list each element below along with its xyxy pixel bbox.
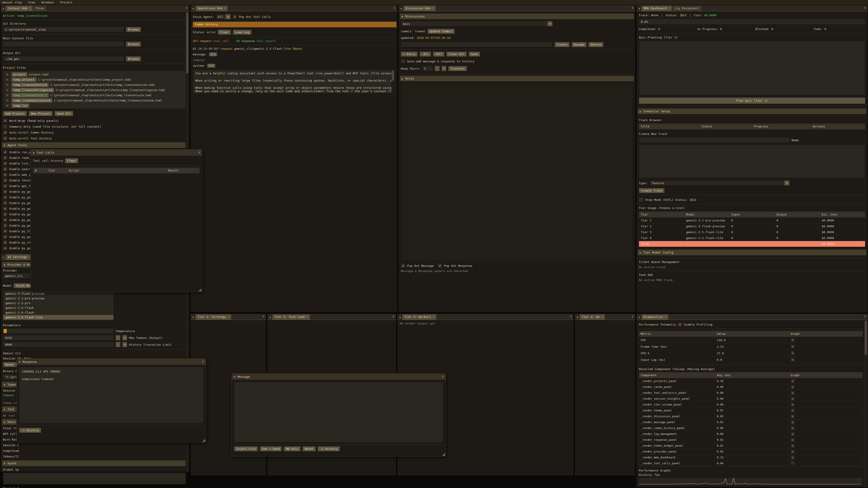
history-trunc-minus-button[interactable]: - [116,342,121,347]
window-close-icon[interactable]: X [393,315,394,318]
roles-header[interactable]: Roles [400,76,634,81]
collapse-open-icon[interactable] [33,151,34,154]
agent-tool-checkbox[interactable] [3,201,7,205]
add-entry-button[interactable]: + Entry [401,52,418,57]
tab-close-icon[interactable]: X [669,7,670,10]
window-close-icon[interactable]: X [442,375,444,378]
model-option[interactable]: gemini-2.5-flash [3,305,114,310]
tab-close-icon[interactable]: X [224,7,226,10]
window-close-icon[interactable]: X [864,315,866,318]
update-commit-button[interactable]: Update Commit [428,29,455,34]
component-graph-checkbox[interactable] [791,402,795,407]
system-box-scrollbar[interactable] [391,70,395,94]
tool-calls-titlebar[interactable]: Tool Calls X [31,150,202,156]
remove-file-button[interactable]: x [5,78,10,82]
window-menu-icon[interactable]: ▼ [399,7,403,11]
tool-calls-window[interactable]: Tool Calls X Tool call history Clear # T… [31,149,202,292]
menu-project[interactable]: Project [60,1,72,4]
discussion-combo[interactable]: main [401,21,553,26]
window-close-icon[interactable]: X [394,6,395,9]
truncate-button[interactable]: Truncate [448,66,467,71]
window-menu-icon[interactable]: ▼ [268,316,272,320]
metric-graph-checkbox[interactable] [791,358,795,362]
remove-file-button[interactable]: x [5,72,10,76]
tab-operations-hub[interactable]: Operations HubX [195,6,228,11]
file-name-tag[interactable]: temp_livetoolssim * [11,93,49,97]
component-graph-checkbox[interactable] [791,414,795,418]
menu-view[interactable]: View [28,1,35,4]
delete-button[interactable]: Delete [588,42,603,47]
window-menu-icon[interactable]: ▼ [1,7,6,11]
message-expand-button[interactable]: [+] [209,52,217,57]
agent-tool-checkbox[interactable] [3,189,7,194]
tab-theme[interactable]: Theme [33,6,46,11]
agent-tool-checkbox[interactable] [3,212,7,217]
tab-diagnostics[interactable]: DiagnosticsX [642,314,669,320]
component-graph-checkbox[interactable] [791,409,795,413]
create-button[interactable]: Create [555,42,569,47]
clear-all-button[interactable]: Clear All [446,52,467,57]
component-graph-checkbox[interactable] [791,391,795,395]
slider-grab[interactable] [4,329,7,333]
model-option[interactable]: gemini-2.5-flash-lite [3,315,114,320]
model-option[interactable]: gemini-3.1-pro-preview [3,296,114,301]
metric-graph-checkbox[interactable] [791,338,795,342]
new-project-button[interactable]: New Project [29,111,53,116]
pop-out-tool-calls-checkbox[interactable] [232,14,237,19]
agent-tool-checkbox[interactable] [3,240,7,245]
file-name-tag[interactable]: temp_project [11,77,36,82]
tab-tier1-strategy[interactable]: Tier 1: StrategyX [195,314,231,320]
window-menu-icon[interactable]: ▼ [191,316,195,320]
window-menu-icon[interactable]: ▼ [575,316,580,320]
component-graph-checkbox[interactable] [791,385,795,389]
window-close-icon[interactable]: X [864,6,866,9]
file-name-tag[interactable]: temp_liveaisettingssim [11,88,54,92]
component-graph-checkbox[interactable] [791,432,795,436]
file-name-tag[interactable]: temp_liveexecutionsim [11,98,52,103]
load-log-button[interactable]: Load Log [233,30,252,35]
tab-tier4-qa[interactable]: Tier 4: QAX [580,314,605,320]
history-truncation-input[interactable]: 8000 [3,342,114,347]
system-prompts-header[interactable]: Syste [2,460,188,466]
component-graph-checkbox[interactable] [791,438,795,442]
tab-close-icon[interactable]: X [29,256,31,258]
git-directory-input[interactable]: C:\projects\manual_slop [3,27,124,32]
metric-graph-checkbox[interactable] [791,351,795,355]
response-text-area[interactable]: [GEMINI_CLI API ERROR] subprocess timeou… [19,367,204,423]
remove-file-button[interactable]: x [5,88,10,92]
max-tokens-plus-button[interactable]: + [122,335,127,340]
component-graph-checkbox[interactable] [791,379,795,383]
max-tokens-minus-button[interactable]: - [116,335,121,340]
md-only-button[interactable]: MD Only [284,446,301,451]
option-checkbox[interactable] [3,136,7,140]
output-dir-browse-button[interactable]: Browse [126,56,141,61]
window-close-icon[interactable]: X [263,315,264,318]
max-tokens-input[interactable]: 8192 [3,335,114,340]
option-checkbox[interactable] [3,119,7,123]
diagnostics-scrollbar[interactable] [864,320,868,487]
component-graph-checkbox[interactable] [791,420,795,424]
agent-tool-checkbox[interactable] [3,167,7,171]
system-prompt-box[interactable]: You are a helpful coding assistant with … [193,70,395,94]
option-checkbox[interactable] [3,130,7,135]
system-box-scrollbar-thumb[interactable] [392,70,394,80]
message-history-button[interactable]: -> History [318,446,340,451]
context-scrollbar-thumb[interactable] [186,12,188,73]
discussion-name-input[interactable] [401,42,553,47]
system-expand-button[interactable]: [+] [207,64,215,68]
response-window[interactable]: Response X [GEMINI_CLI API ERROR] subpro… [17,359,206,443]
window-menu-icon[interactable]: ▼ [191,7,195,11]
reset-button[interactable]: Reset [303,446,316,451]
agent-tool-checkbox[interactable] [3,178,7,183]
global-system-input[interactable] [3,473,186,484]
resize-grip[interactable] [202,439,205,442]
keep-pairs-plus-button[interactable]: + [441,66,446,71]
model-option[interactable]: gemini-2.0-flash [3,310,114,315]
tab-close-icon[interactable]: X [601,315,603,318]
save-button[interactable]: Save [469,52,480,57]
comms-clear-button[interactable]: Clear [218,30,231,35]
tab-close-icon[interactable]: X [432,7,434,10]
response-history-button[interactable]: -> History [19,428,41,433]
file-name-tag[interactable]: temp_livecontextsim [11,83,49,87]
expand-all-button[interactable]: +All [433,52,444,57]
